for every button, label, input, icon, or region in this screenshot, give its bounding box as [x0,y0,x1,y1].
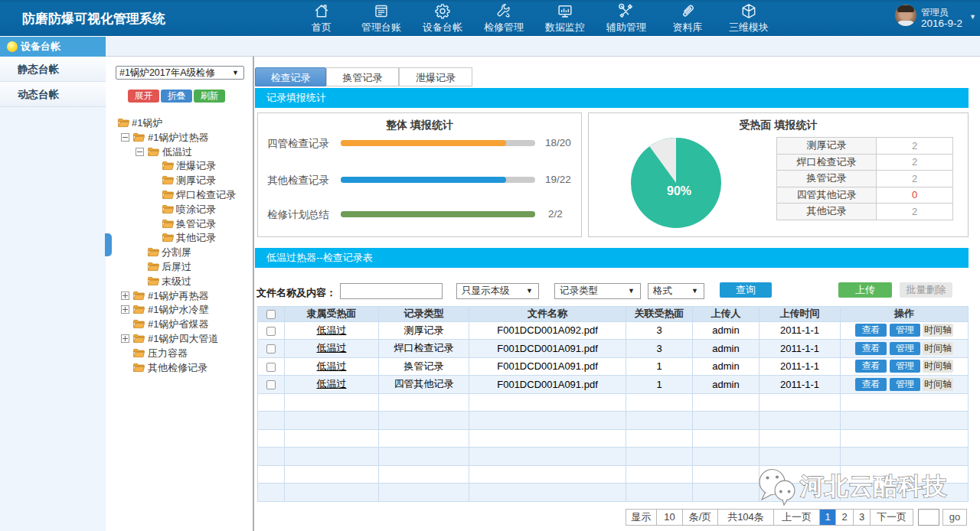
svg-text:90%: 90% [667,184,691,197]
svg-text:河北云酷科技: 河北云酷科技 [799,473,947,500]
